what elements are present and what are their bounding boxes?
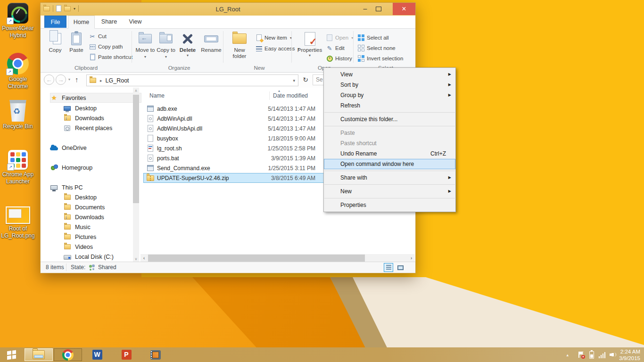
sidebar-item-local-disk-c[interactable]: Local Disk (C:) xyxy=(63,252,114,262)
sidebar-item-this-pc[interactable]: This PC xyxy=(50,182,83,192)
copy-path-button[interactable]: Copy path xyxy=(89,42,123,51)
up-button[interactable]: ↑ xyxy=(75,75,79,83)
scroll-right-icon[interactable]: › xyxy=(408,255,415,262)
sidebar-item-pictures[interactable]: Pictures xyxy=(63,232,96,242)
properties-button[interactable]: ✓ Properties ▾ xyxy=(297,30,323,62)
action-center-button[interactable]: × xyxy=(578,347,584,362)
delete-button[interactable]: Delete ▾ xyxy=(178,30,197,62)
cut-button[interactable]: ✂ Cut xyxy=(89,32,107,41)
sidebar-item-recent-places[interactable]: Recent places xyxy=(63,123,112,133)
new-folder-button[interactable]: New folder xyxy=(227,30,252,62)
close-button[interactable]: × xyxy=(393,3,415,15)
tray-chevron-button[interactable]: ▴ xyxy=(566,347,569,362)
thumbnail-view-toggle[interactable] xyxy=(396,263,405,272)
invert-selection-button[interactable]: Invert selection xyxy=(357,54,403,63)
sidebar-item-homegroup[interactable]: Homegroup xyxy=(50,163,92,173)
move-to-button[interactable]: ← Move to ▾ xyxy=(135,30,155,62)
new-item-button[interactable]: New item ▾ xyxy=(255,33,292,42)
tab-file[interactable]: File xyxy=(44,16,66,28)
column-header-name[interactable]: Name xyxy=(149,92,165,99)
list-view-toggle[interactable] xyxy=(384,263,393,272)
menu-item-view[interactable]: View ▶ xyxy=(324,69,455,80)
tab-share[interactable]: Share xyxy=(96,16,122,28)
breadcrumb-arrow-icon[interactable]: ▸ xyxy=(100,78,102,83)
select-all-button[interactable]: Select all xyxy=(357,33,389,42)
scroll-left-icon[interactable]: ‹ xyxy=(140,255,148,262)
menu-item-customize-this-folder[interactable]: Customize this folder... xyxy=(324,114,455,124)
column-header-date-modified[interactable]: Date modified xyxy=(273,92,308,99)
forward-button[interactable]: → xyxy=(56,74,66,85)
menu-item-open-command-window-here[interactable]: Open command window here xyxy=(324,159,455,169)
taskbar-chrome-button[interactable] xyxy=(54,348,82,361)
taskbar-clock[interactable]: 2:24 AM 3/9/2015 xyxy=(619,347,640,362)
copy-to-button[interactable]: Copy to ▾ xyxy=(156,30,176,62)
tab-view[interactable]: View xyxy=(124,16,147,28)
paste-shortcut-button[interactable]: Paste shortcut xyxy=(89,53,133,61)
refresh-button[interactable]: ↻ xyxy=(299,74,312,85)
history-dropdown-icon[interactable]: ▾ xyxy=(68,77,70,82)
horizontal-scrollbar[interactable]: ‹ › xyxy=(140,254,415,262)
file-row-selected[interactable]: UPDATE-SuperSU-v2.46.zip 3/8/2015 6:49 A… xyxy=(143,173,349,183)
sidebar-item-documents[interactable]: Documents xyxy=(63,202,105,212)
sidebar-item-onedrive[interactable]: OneDrive xyxy=(50,143,87,153)
select-none-button[interactable]: Select none xyxy=(357,44,396,52)
title-bar[interactable]: ▾ LG_Root – × xyxy=(41,3,415,16)
column-divider[interactable] xyxy=(269,91,270,100)
battery-indicator[interactable] xyxy=(589,347,594,362)
maximize-button[interactable] xyxy=(372,3,385,15)
taskbar-movie-maker-button[interactable] xyxy=(141,348,170,361)
taskbar-file-explorer-button[interactable] xyxy=(25,348,53,361)
rename-button[interactable]: Rename xyxy=(199,30,223,62)
paste-label: Paste xyxy=(66,47,87,53)
breadcrumb-bar[interactable]: ▸ LG_Root ▾ xyxy=(86,74,298,86)
desktop-icon-root-of-lg-root-png[interactable]: Root of LG_Root.png xyxy=(0,206,35,239)
menu-item-sort-by[interactable]: Sort by ▶ xyxy=(324,80,455,90)
back-button[interactable]: ← xyxy=(44,74,54,85)
volume-indicator[interactable] xyxy=(610,347,617,362)
sidebar-item-downloads[interactable]: ↓ Downloads xyxy=(63,113,104,123)
taskbar-word-button[interactable]: W xyxy=(83,348,111,361)
menu-item-undo-rename[interactable]: Undo Rename Ctrl+Z xyxy=(324,148,455,159)
menu-item-properties[interactable]: Properties xyxy=(324,200,455,210)
menu-item-new[interactable]: New ▶ xyxy=(324,186,455,197)
group-label-new: New xyxy=(227,65,291,71)
network-indicator[interactable] xyxy=(599,347,606,362)
menu-item-paste-shortcut: Paste shortcut xyxy=(324,138,455,148)
copy-button[interactable]: Copy xyxy=(45,30,65,62)
sidebar-item-pc-downloads[interactable]: ↓ Downloads xyxy=(63,212,104,222)
group-label-clipboard: Clipboard xyxy=(41,65,132,71)
menu-item-label: Paste shortcut xyxy=(340,140,377,147)
menu-separator xyxy=(324,198,455,198)
sidebar-item-music[interactable]: Music xyxy=(63,222,91,232)
breadcrumb-location[interactable]: LG_Root xyxy=(106,77,129,84)
scrollbar-thumb[interactable] xyxy=(133,95,139,203)
start-button[interactable] xyxy=(0,347,23,362)
menu-item-refresh[interactable]: Refresh xyxy=(324,100,455,111)
scrollbar-thumb[interactable] xyxy=(148,255,365,262)
menu-item-share-with[interactable]: Share with ▶ xyxy=(324,173,455,183)
sidebar-item-videos[interactable]: Videos xyxy=(63,242,93,252)
download-arrow: ↓ xyxy=(65,115,67,121)
taskbar-powerpoint-button[interactable]: P xyxy=(112,348,140,361)
paste-button[interactable]: Paste xyxy=(66,30,87,62)
sidebar-item-desktop[interactable]: Desktop xyxy=(63,103,97,113)
address-dropdown-icon[interactable]: ▾ xyxy=(293,78,295,83)
desktop-icon-power4gear[interactable]: ↗ Power4Gear Hybrid xyxy=(0,3,35,39)
sidebar-scrollbar[interactable]: ∧ ∨ xyxy=(133,88,139,263)
desktop-icon-chrome-app-launcher[interactable]: ↗ Chrome App Launcher xyxy=(0,150,35,185)
sidebar-item-label: Music xyxy=(75,224,91,230)
scroll-up-icon[interactable]: ∧ xyxy=(133,88,139,94)
menu-item-group-by[interactable]: Group by ▶ xyxy=(324,90,455,100)
desktop-icon-label: Power4Gear Hybrid xyxy=(0,25,35,39)
sidebar-item-favorites[interactable]: ★ Favorites xyxy=(50,93,141,103)
folder-icon xyxy=(64,195,71,200)
edit-button[interactable]: ✎ Edit xyxy=(326,44,345,52)
minimize-button[interactable]: – xyxy=(359,3,371,15)
sidebar-item-pc-desktop[interactable]: Desktop xyxy=(63,192,97,202)
easy-access-button[interactable]: Easy access ▾ xyxy=(255,44,300,53)
cut-label: Cut xyxy=(98,33,107,39)
tab-home[interactable]: Home xyxy=(68,16,95,29)
desktop-icon-recycle-bin[interactable]: ♻ Recycle Bin xyxy=(0,100,35,130)
desktop-icon-google-chrome[interactable]: ↗ Google Chrome xyxy=(0,53,35,90)
history-button[interactable]: History xyxy=(326,54,352,63)
